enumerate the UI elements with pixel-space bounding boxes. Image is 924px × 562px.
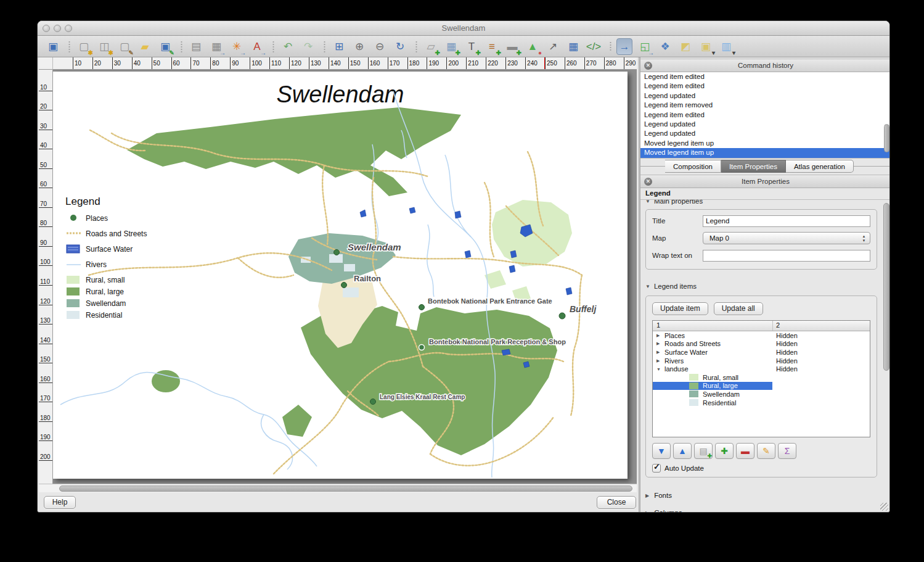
tree-row[interactable]: ▶ Rivers Hidden — [653, 357, 870, 365]
move-down-icon[interactable]: ▼ — [652, 443, 671, 459]
tree-row[interactable]: Residential — [653, 399, 870, 407]
ruler-tick-label: 100 — [39, 247, 52, 267]
expander-icon[interactable]: ▼ — [656, 367, 664, 371]
composer-canvas[interactable]: Swellendam — [53, 70, 637, 484]
move-up-icon[interactable]: ▲ — [673, 443, 692, 459]
load-from-template-icon[interactable]: ▰ — [137, 38, 153, 55]
columns-section-header[interactable]: ▶ Columns — [645, 507, 877, 512]
add-table-icon[interactable]: ▦ — [565, 38, 581, 55]
zoom-in-icon[interactable]: ⊕ — [351, 38, 367, 55]
panel-scrollbar-thumb[interactable] — [883, 203, 889, 371]
auto-update-checkbox[interactable]: ✓ — [652, 464, 661, 473]
ruler-tick-label: 170 — [39, 383, 52, 403]
legend-label: Roads and Streets — [86, 229, 147, 238]
zoom-out-icon[interactable]: ⊖ — [372, 38, 388, 55]
legend-title-input[interactable] — [703, 215, 870, 227]
legend-item[interactable]: Legend Places Roads and Streets Surface … — [65, 196, 147, 320]
main-properties-group: Title Map Map 0 ▲▼ Wrap text on — [645, 209, 877, 270]
close-panel-icon[interactable]: ✕ — [644, 178, 652, 186]
resize-grip[interactable] — [880, 503, 888, 511]
add-shape-icon[interactable]: ▲ ● — [525, 38, 541, 55]
command-history-row[interactable]: Legend updated — [640, 120, 890, 129]
main-properties-section-header[interactable]: ▼ Main properties — [645, 200, 877, 207]
ruler-tick-label: 120 — [39, 286, 52, 305]
expander-icon[interactable]: ▶ — [656, 341, 664, 346]
composition-paper[interactable]: Swellendam — [53, 72, 628, 479]
add-html-icon[interactable]: </> — [586, 38, 602, 55]
save-icon[interactable]: ▣ — [45, 38, 61, 55]
horizontal-scrollbar[interactable] — [39, 484, 637, 492]
edit-nodes-item-icon[interactable]: ❖ — [657, 38, 673, 55]
legend-items-group: Update item Update all 1 2 ▶ — [645, 295, 877, 477]
remove-item-icon[interactable]: ▬ — [736, 443, 754, 459]
ruler-tick-label: 290 — [624, 57, 637, 69]
command-history-row[interactable]: Moved legend item up — [640, 139, 890, 148]
new-composition-icon[interactable]: ▢ ✱ — [76, 38, 92, 55]
expander-icon[interactable]: ▶ — [656, 358, 664, 363]
tree-row[interactable]: ▶ Surface Water Hidden — [653, 348, 870, 357]
panel-tab[interactable]: Item Properties — [721, 160, 786, 173]
select-move-item-icon[interactable]: → — [616, 38, 632, 55]
export-pdf-icon[interactable]: A → — [249, 38, 265, 55]
print-icon[interactable]: ▤ — [188, 38, 204, 55]
item-properties-scroll-area: ▼ Main properties Title Map Map 0 ▲▼ Wra… — [640, 200, 882, 512]
save-as-template-icon[interactable]: ▣ ✎ — [157, 38, 173, 55]
tree-row[interactable]: ▼ landuse Hidden — [653, 365, 870, 373]
panel-scrollbar[interactable] — [883, 202, 890, 509]
export-image-icon[interactable]: ▦ → — [208, 38, 224, 55]
horizontal-scrollbar-thumb[interactable] — [59, 486, 632, 492]
export-svg-icon[interactable]: ✳ → — [229, 38, 245, 55]
duplicate-composition-icon[interactable]: ◫ ✱ — [96, 38, 112, 55]
expander-icon[interactable]: ▶ — [656, 350, 664, 355]
tree-row[interactable]: Rural, large — [653, 382, 870, 391]
command-history-scrollbar-thumb[interactable] — [884, 124, 889, 152]
add-arrow-icon[interactable]: ↗ — [545, 38, 561, 55]
add-image-icon[interactable]: ▦ ✚ — [443, 38, 459, 55]
tree-row[interactable]: ▶ Roads and Streets Hidden — [653, 340, 870, 349]
add-item-icon[interactable]: ✚ — [715, 443, 734, 459]
tree-row[interactable]: ▶ Places Hidden — [653, 331, 870, 340]
add-label-icon[interactable]: T ✚ — [464, 38, 480, 55]
map-legend-title: Legend — [65, 196, 100, 207]
command-history-row[interactable]: Legend item edited — [640, 110, 890, 120]
redo-icon[interactable]: ↷ — [300, 38, 316, 55]
legend-items-section-header[interactable]: ▼ Legend items — [645, 281, 877, 292]
align-items-icon[interactable]: ▥ ▾ — [718, 38, 734, 55]
add-legend-icon[interactable]: ≡ ✚ — [484, 38, 500, 55]
close-panel-icon[interactable]: ✕ — [644, 62, 652, 70]
update-item-button[interactable]: Update item — [652, 302, 708, 315]
fonts-section-header[interactable]: ▶ Fonts — [645, 490, 877, 501]
panel-tab[interactable]: Composition — [665, 160, 721, 173]
edit-item-icon[interactable]: ✎ — [757, 443, 775, 459]
titlebar[interactable]: Swellendam — [38, 21, 889, 36]
add-scalebar-icon[interactable]: ▬ ✚ — [504, 38, 520, 55]
move-item-content-icon[interactable]: ◱ → — [637, 38, 653, 55]
wrap-text-input[interactable] — [703, 250, 870, 262]
undo-icon[interactable]: ↶ — [280, 38, 296, 55]
expander-icon[interactable]: ▶ — [656, 333, 664, 338]
command-history-row[interactable]: Legend item edited — [640, 72, 890, 81]
zoom-full-icon[interactable]: ⊞ — [331, 38, 347, 55]
panel-tab[interactable]: Atlas generation — [786, 160, 854, 173]
raise-items-icon[interactable]: ▣ ▾ — [698, 38, 714, 55]
sum-icon[interactable]: Σ — [778, 443, 796, 459]
select-items-icon[interactable]: ◩ — [677, 38, 693, 55]
command-history-row[interactable]: Moved legend item up — [640, 148, 890, 157]
add-map-icon[interactable]: ▱ ✚ — [423, 38, 439, 55]
help-button[interactable]: Help — [44, 496, 76, 509]
refresh-view-icon[interactable]: ↻ — [392, 38, 408, 55]
tree-row[interactable]: Rural, small — [653, 373, 870, 382]
map-select[interactable]: Map 0 ▲▼ — [703, 232, 870, 244]
add-group-icon[interactable]: ▤ ✚ — [694, 443, 713, 459]
tree-row-label: Rural, large — [703, 382, 738, 389]
tree-header[interactable]: 1 2 — [653, 321, 870, 331]
composition-manager-icon[interactable]: ▢ ✎ — [117, 38, 133, 55]
command-history-row[interactable]: Legend item removed — [640, 101, 890, 110]
tree-row[interactable]: Swellendam — [653, 390, 870, 399]
command-history-row[interactable]: Legend item edited — [640, 81, 890, 91]
map-item[interactable]: Swellendam — [53, 72, 628, 479]
close-button[interactable]: Close — [597, 496, 636, 509]
update-all-button[interactable]: Update all — [714, 302, 763, 315]
command-history-row[interactable]: Legend updated — [640, 129, 890, 138]
command-history-row[interactable]: Legend updated — [640, 91, 890, 101]
